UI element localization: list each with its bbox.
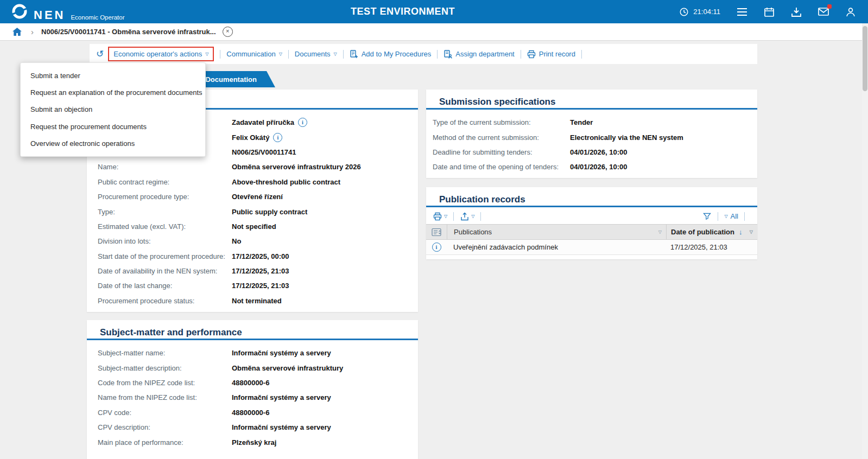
menu-item-request-documents[interactable]: Request the procurement documents (21, 118, 205, 135)
field-row: Date of the last change: 17/12/2025, 21:… (87, 278, 418, 293)
subject-matter-card: Subject-matter and performance Subject-m… (87, 320, 418, 459)
column-label: Date of publication (671, 228, 734, 236)
field-label: Main place of performance: (98, 438, 232, 447)
field-label: Date and time of the opening of tenders: (433, 163, 570, 171)
field-value: 17/12/2025, 21:03 (232, 282, 289, 290)
close-icon[interactable]: × (223, 27, 233, 37)
publication-records-card: Publication records ▽ ▽ ▽ All (426, 187, 757, 259)
menu-item-electronic-operations[interactable]: Overview of electronic operations (21, 135, 205, 152)
field-value: Felix Okátý (232, 133, 269, 142)
field-label: Date of the last change: (98, 282, 232, 290)
export-icon[interactable] (460, 212, 469, 221)
filter-preset-icon[interactable]: ▽ (724, 214, 727, 219)
menu-icon[interactable] (737, 7, 747, 17)
history-icon[interactable]: ↺ (96, 49, 104, 59)
field-label: Name from the NIPEZ code list: (98, 393, 232, 401)
add-to-my-procedures-icon (350, 50, 358, 59)
environment-title: TEST ENVIRONMENT (351, 0, 455, 23)
scrollbar-track[interactable] (862, 23, 868, 459)
field-row: Type of the current submission: Tender (426, 115, 757, 130)
field-label: Estimated value (excl. VAT): (98, 222, 232, 231)
menu-item-submit-tender[interactable]: Submit a tender (21, 67, 205, 84)
field-row: Subject-matter description: Obměna serve… (87, 360, 418, 375)
chevron-down-icon[interactable]: ▽ (444, 214, 447, 219)
messages-icon[interactable] (818, 7, 829, 17)
column-header-publications[interactable]: Publications ▽ (447, 225, 667, 239)
separator (220, 50, 220, 59)
field-row: Division into lots: No (87, 234, 418, 248)
field-value: 17/12/2025, 00:00 (232, 252, 289, 260)
separator (718, 212, 718, 221)
field-value: Plzeňský kraj (232, 438, 276, 447)
assign-department-icon (443, 50, 452, 59)
assign-department-button[interactable]: Assign department (443, 50, 514, 59)
field-value: No (232, 237, 241, 245)
chevron-down-icon: ▽ (205, 52, 208, 56)
scrollbar-thumb[interactable] (863, 26, 867, 91)
field-label: Deadline for submitting tenders: (433, 148, 570, 156)
communication-label: Communication (226, 50, 275, 58)
chevron-icon: › (31, 27, 34, 36)
field-label: Public contract regime: (98, 178, 232, 186)
clock-icon (679, 7, 689, 17)
chevron-down-icon[interactable]: ▽ (471, 214, 474, 219)
header-actions: 21:04:11 (679, 0, 856, 23)
publications-toolbar: ▽ ▽ ▽ All (426, 207, 757, 224)
card-title: Subject-matter and performance (87, 320, 418, 340)
info-icon[interactable]: i (298, 118, 307, 127)
field-label: Start date of the procurement procedure: (98, 252, 232, 260)
field-label: CPV description: (98, 423, 232, 431)
field-row: CPV description: Informační systémy a se… (87, 420, 418, 435)
separator (521, 50, 521, 59)
documents-menu[interactable]: Documents ▽ (295, 50, 337, 58)
field-row: Method of the current submission: Electr… (426, 130, 757, 144)
menu-item-request-explanation[interactable]: Request an explanation of the procuremen… (21, 84, 205, 101)
filter-all-link[interactable]: All (731, 212, 738, 220)
column-header-date-of-publication[interactable]: Date of publication ↓ ▽ (667, 225, 757, 239)
communication-menu[interactable]: Communication ▽ (226, 50, 282, 58)
publication-name: Uveřejnění zadávacích podmínek (447, 243, 666, 251)
column-filter-icon[interactable]: ▽ (750, 229, 753, 234)
download-icon[interactable] (791, 7, 802, 17)
field-value: Tender (570, 118, 593, 126)
home-icon[interactable] (12, 27, 22, 37)
print-record-button[interactable]: Print record (527, 50, 575, 59)
subject-matter-rows: Subject-matter name: Informační systémy … (87, 340, 418, 450)
filter-icon[interactable] (702, 212, 712, 221)
submission-specifications-card: Submission specifications Type of the cu… (426, 90, 757, 178)
field-label: Procurement procedure type: (98, 193, 232, 201)
column-filter-icon[interactable]: ▽ (658, 229, 662, 234)
calendar-icon[interactable] (764, 7, 775, 17)
field-row: Name: Obměna serverové infrastruktury 20… (87, 160, 418, 174)
field-value: N006/25/V00011741 (232, 148, 296, 156)
page: NEN Economic Operator TEST ENVIRONMENT 2… (0, 0, 868, 459)
breadcrumb-current[interactable]: N006/25/V00011741 - Obměna serverové inf… (41, 28, 216, 36)
field-value: 48800000-6 (232, 409, 269, 417)
add-to-my-procedures-button[interactable]: Add to My Procedures (350, 50, 432, 59)
field-label: CPV code: (98, 409, 232, 417)
user-icon[interactable] (845, 7, 856, 17)
field-value: 17/12/2025, 21:03 (232, 267, 289, 275)
column-chooser-cell[interactable] (426, 225, 447, 239)
info-icon[interactable]: i (432, 243, 441, 252)
brand[interactable]: NEN Economic Operator (11, 3, 125, 21)
record-toolbar: ↺ Economic operator's actions ▽ Communic… (90, 44, 757, 64)
field-value: Zadavatel příručka (232, 118, 294, 126)
print-icon (527, 50, 536, 59)
submission-rows: Type of the current submission: Tender M… (426, 110, 757, 175)
print-table-icon[interactable] (433, 212, 442, 221)
economic-operator-actions-button[interactable]: Economic operator's actions ▽ (108, 47, 214, 61)
table-row[interactable]: i Uveřejnění zadávacích podmínek 17/12/2… (426, 240, 757, 255)
separator (453, 212, 454, 221)
field-row: Type: Public supply contract (87, 204, 418, 219)
menu-item-submit-objection[interactable]: Submit an objection (21, 101, 205, 118)
card-title: Publication records (426, 187, 757, 207)
field-row: Date and time of the opening of tenders:… (426, 160, 757, 174)
info-icon[interactable]: i (273, 133, 282, 142)
field-label: Name: (98, 163, 232, 171)
nen-logo-icon (11, 3, 28, 20)
sort-desc-icon[interactable]: ↓ (739, 228, 743, 236)
session-clock: 21:04:11 (679, 7, 720, 17)
session-time: 21:04:11 (693, 8, 720, 16)
breadcrumb: › N006/25/V00011741 - Obměna serverové i… (0, 23, 868, 41)
